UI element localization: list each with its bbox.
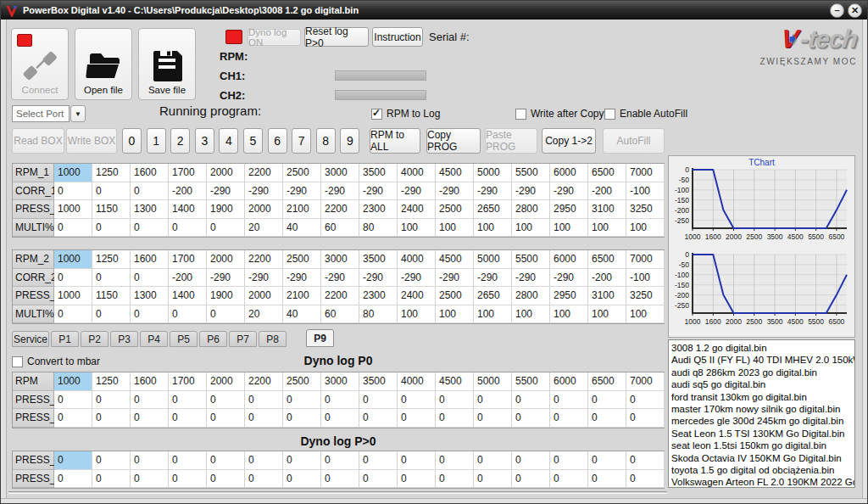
table-cell[interactable]: 6000 [550,372,588,391]
table-cell[interactable]: 3100 [588,287,626,305]
table-cell[interactable]: 2100 [283,287,321,305]
rpm-to-log-checkbox[interactable]: ✓ RPM to Log [371,108,440,120]
table-cell[interactable]: 40 [283,305,321,324]
table-cell[interactable]: -290 [321,182,359,201]
tab-p3[interactable]: P3 [110,331,138,347]
table-cell[interactable]: 0 [54,470,92,489]
write-after-copy-checkbox[interactable]: ✓ Write after Copy [515,108,604,120]
table-cell[interactable]: 0 [283,409,321,428]
digit-1-button[interactable]: 1 [147,128,166,154]
select-port-combo[interactable]: Select Port ▼ [12,105,86,122]
table-cell[interactable]: 0 [131,182,169,201]
table-cell[interactable]: 0 [92,182,131,201]
table-cell[interactable]: 1300 [131,287,169,305]
table-cell[interactable]: 100 [588,219,626,238]
table-cell[interactable]: 80 [359,219,398,238]
table-cell[interactable]: 0 [626,409,665,428]
table-cell[interactable]: 1250 [92,372,131,391]
table-cell[interactable]: 5500 [512,372,550,391]
table-cell[interactable]: 1400 [169,287,207,305]
table-cell[interactable]: 0 [436,409,474,428]
paste-prog-button[interactable]: Paste PROG [485,128,537,154]
table-cell[interactable]: 0 [207,391,245,410]
file-list-item[interactable]: Audi Q5 II (FY FL) 40 TDI MHEV 2.0 150kW… [671,354,854,366]
table-cell[interactable]: 4500 [436,372,474,391]
table-cell[interactable]: -290 [245,269,283,288]
table-cell[interactable]: 2950 [550,200,588,219]
table-cell[interactable]: 3500 [359,372,398,391]
table-cell[interactable]: 0 [626,391,665,410]
table-cell[interactable]: 100 [398,219,436,238]
table-cell[interactable]: 1600 [131,372,169,391]
write-after-copy-box[interactable]: ✓ [515,109,526,120]
table-cell[interactable]: 3000 [321,164,359,182]
table-cell[interactable]: 7000 [626,250,665,269]
table-cell[interactable]: 0 [474,470,512,489]
table-cell[interactable]: -200 [169,182,207,201]
table-cell[interactable]: 0 [283,470,321,489]
table-cell[interactable]: 6500 [588,372,626,391]
table-cell[interactable]: 0 [588,409,626,428]
table-cell[interactable]: 0 [474,409,512,428]
table-cell[interactable]: 2800 [512,200,550,219]
table-cell[interactable]: 0 [436,451,474,470]
table-cell[interactable]: -290 [398,182,436,201]
table-cell[interactable]: 1000 [54,200,92,219]
table-cell[interactable]: -290 [550,269,588,288]
table-cell[interactable]: 0 [626,451,665,470]
table-cell[interactable]: 2500 [436,287,474,305]
table-cell[interactable]: 2400 [398,200,436,219]
table-cell[interactable]: 0 [588,451,626,470]
table-cell[interactable]: 0 [550,470,588,489]
table-cell[interactable]: 0 [359,451,398,470]
table-cell[interactable]: -290 [550,182,588,201]
table-cell[interactable]: 0 [54,391,92,410]
tab-p9[interactable]: P9 [306,329,334,347]
table-cell[interactable]: 20 [245,219,283,238]
table-cell[interactable]: 4500 [436,250,474,269]
table-cell[interactable]: 2950 [550,287,588,305]
table-cell[interactable]: 2300 [359,200,398,219]
table-cell[interactable]: 3500 [359,164,398,182]
open-file-button[interactable]: Open file [75,28,132,100]
table-cell[interactable]: 0 [131,219,169,238]
table-cell[interactable]: -200 [588,182,626,201]
table-cell[interactable]: 2500 [283,250,321,269]
table-cell[interactable]: 3000 [321,372,359,391]
table-cell[interactable]: 20 [245,305,283,324]
table-cell[interactable]: 0 [54,305,92,324]
table-cell[interactable]: 4000 [398,372,436,391]
table-cell[interactable]: 5000 [474,372,512,391]
table-cell[interactable]: 0 [169,391,207,410]
file-list-item[interactable]: master 170km nowy silnik go digital.bin [671,403,854,415]
table-cell[interactable]: 3500 [359,250,398,269]
table-cell[interactable]: 0 [245,451,283,470]
table-cell[interactable]: 5000 [474,250,512,269]
table-cell[interactable]: -290 [245,182,283,201]
table-cell[interactable]: 100 [474,219,512,238]
table-cell[interactable]: 6500 [588,250,626,269]
table-cell[interactable]: 0 [92,219,131,238]
tab-p1[interactable]: P1 [51,331,79,347]
table-cell[interactable]: 6000 [550,250,588,269]
dyno-log-on-button[interactable]: Dyno log ON [248,29,301,46]
table-cell[interactable]: 0 [321,470,359,489]
table-cell[interactable]: 1600 [131,250,169,269]
file-list-item[interactable]: mercedes gle 300d 245km go digital.bin [671,415,854,427]
table-cell[interactable]: -100 [626,182,665,201]
table-cell[interactable]: -200 [169,269,207,288]
table-cell[interactable]: 1600 [131,164,169,182]
table-cell[interactable]: 0 [588,391,626,410]
digit-2-button[interactable]: 2 [170,128,190,154]
table-cell[interactable]: 0 [131,470,169,489]
enable-autofill-checkbox[interactable]: ✓ Enable AutoFill [604,108,687,120]
table-cell[interactable]: -290 [283,269,321,288]
file-list-item[interactable]: ford transit 130km go digital.bin [671,391,854,403]
copy-prog-button[interactable]: Copy PROG [426,128,481,154]
read-box-button[interactable]: Read BOX [12,128,64,154]
table-cell[interactable]: 1250 [92,164,131,182]
instruction-button[interactable]: Instruction [372,27,423,47]
tab-p2[interactable]: P2 [81,331,108,347]
table-cell[interactable]: 0 [92,409,131,428]
table-cell[interactable]: 0 [512,409,550,428]
